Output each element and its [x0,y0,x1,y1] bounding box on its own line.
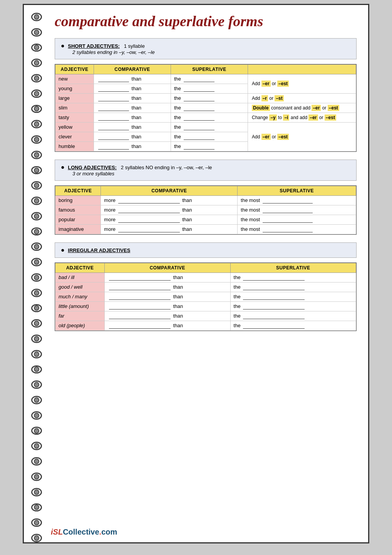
blank-tasty-sup[interactable] [184,114,214,121]
spiral-binding [24,5,49,542]
short-adj-table-wrap: ADJECTIVE COMPARATIVE SUPERLATIVE new th… [55,64,357,152]
blank-popular-comp[interactable] [118,217,180,223]
blank-large-sup[interactable] [184,95,214,101]
adj-boring: boring [55,195,101,205]
table-row: famous more than the most [55,205,356,215]
blank-new-comp[interactable] [98,76,129,82]
sup-bad: the [230,272,356,282]
blank-humble-sup[interactable] [184,143,214,150]
comp-large: than [94,93,171,103]
blank-little-comp[interactable] [109,303,171,309]
adj-new: new [55,74,94,84]
blank-little-sup[interactable] [243,303,305,309]
blank-large-comp[interactable] [98,95,129,101]
blank-old-sup[interactable] [243,323,305,329]
irr-col-adj: ADJECTIVE [55,263,105,272]
table-row: little (amount) than the [55,301,356,311]
blank-popular-sup[interactable] [263,217,313,223]
comp-clever: than [94,132,171,141]
short-col-note [248,64,356,74]
blank-far-comp[interactable] [109,313,171,319]
blank-yellow-comp[interactable] [98,124,129,130]
blank-bad-comp[interactable] [109,274,171,281]
long-adjectives-info: ● LONG ADJECTIVES: 2 syllables NO ending… [55,160,357,181]
blank-tasty-comp[interactable] [98,114,129,121]
short-table-header-row: ADJECTIVE COMPARATIVE SUPERLATIVE [55,64,356,74]
comp-far: than [105,311,230,321]
ring-5 [31,74,42,82]
blank-slim-comp[interactable] [98,105,129,111]
comp-little: than [105,301,230,311]
ring-34 [31,518,42,527]
comp-new: than [94,74,171,84]
note-slim-est: –est [328,105,339,111]
ring-19 [31,289,42,297]
table-row: far than the [55,311,356,321]
blank-much-comp[interactable] [109,294,171,300]
ring-13 [31,197,42,205]
page: comparative and superlative forms ● SHOR… [23,4,369,543]
comp-slim: than [94,103,171,113]
long-col-comp: COMPARATIVE [101,186,238,195]
note-tasty-i: –i [283,114,289,121]
comp-good: than [105,282,230,292]
blank-bad-sup[interactable] [243,274,305,281]
table-row: good / well than the [55,282,356,292]
sup-popular: the most [238,215,356,224]
sup-much: the [230,292,356,301]
blank-much-sup[interactable] [243,294,305,300]
blank-clever-comp[interactable] [98,134,129,140]
sup-tasty: the [171,113,248,122]
blank-new-sup[interactable] [184,76,214,82]
blank-slim-sup[interactable] [184,105,214,111]
note-yellow-est: –est [277,134,289,140]
note-large: Add –r or –st [248,93,356,103]
blank-far-sup[interactable] [243,313,305,319]
note-slim-er: –er [312,105,321,111]
ring-14 [31,212,42,220]
footer-logo: iSLCollective.com [51,528,117,536]
table-row: boring more than the most [55,195,356,205]
comp-bad: than [105,272,230,282]
sup-imaginative: the most [238,224,356,234]
ring-3 [31,44,42,52]
ring-33 [31,503,42,512]
blank-yellow-sup[interactable] [184,124,214,130]
sup-clever: the [171,132,248,141]
blank-clever-sup[interactable] [184,134,214,140]
logo-com: com [101,528,117,536]
blank-famous-sup[interactable] [263,207,313,213]
table-row: bad / ill than the [55,272,356,282]
ring-2 [31,28,42,37]
blank-humble-comp[interactable] [98,143,129,150]
adj-clever: clever [55,132,94,141]
blank-old-comp[interactable] [109,323,171,329]
long-adj-label: LONG ADJECTIVES: [68,165,117,170]
comp-young: than [94,84,171,93]
note-yellow-er: –er [261,134,271,140]
blank-boring-comp[interactable] [118,197,180,204]
blank-imaginative-comp[interactable] [118,226,180,232]
blank-young-comp[interactable] [98,86,129,92]
blank-young-sup[interactable] [184,86,214,92]
note-tasty-est: –est [325,114,336,121]
short-adj-line2: 2 syllables ending in –y, –ow, –er, –le [72,49,350,55]
ring-29 [31,442,42,450]
note-new: Add –er or –est [248,74,356,93]
blank-good-comp[interactable] [109,284,171,290]
sup-young: the [171,84,248,93]
sup-famous: the most [238,205,356,215]
blank-famous-comp[interactable] [118,207,180,213]
blank-imaginative-sup[interactable] [263,226,313,232]
ring-23 [31,350,42,358]
adj-yellow: yellow [55,122,94,132]
ring-31 [31,473,42,481]
adj-old: old (people) [55,321,105,330]
ring-15 [31,227,42,236]
blank-good-sup[interactable] [243,284,305,290]
comp-imaginative: more than [101,224,238,234]
ring-30 [31,457,42,466]
blank-boring-sup[interactable] [263,197,313,204]
logo-isl: iSL [51,528,63,536]
long-col-adj: ADJECTIVE [55,186,101,195]
